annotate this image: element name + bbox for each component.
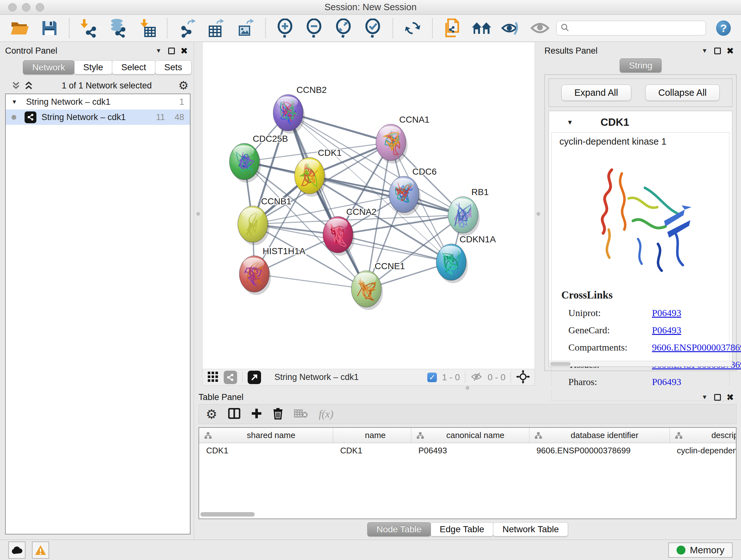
selected-counts: 1 - 0 [442, 372, 460, 382]
network-node-CCNE1[interactable] [351, 271, 383, 310]
close-window-button[interactable] [8, 3, 17, 11]
column-header-description[interactable]: description [670, 428, 737, 443]
refresh-button[interactable] [400, 17, 426, 40]
pan-mode-button[interactable] [516, 370, 530, 385]
function-builder-button[interactable]: f(x) [319, 408, 333, 420]
cloud-status-button[interactable] [8, 542, 25, 559]
zoom-in-button[interactable] [272, 17, 298, 40]
right-splitter[interactable] [535, 42, 542, 386]
tab-network[interactable]: Network [23, 60, 74, 74]
collapse-all-networks-button[interactable] [22, 80, 35, 91]
import-table-button[interactable] [134, 17, 160, 40]
scrollbar-thumb[interactable] [550, 362, 570, 366]
network-collection-row[interactable]: ▼ String Network – cdk1 1 [6, 94, 190, 110]
export-table-button[interactable] [203, 17, 229, 40]
import-network-file-button[interactable] [76, 17, 102, 40]
network-node-RB1[interactable] [448, 197, 480, 236]
tab-style[interactable]: Style [74, 60, 112, 74]
table-settings-gear-button[interactable]: ⚙ [206, 408, 217, 421]
tab-edge-table[interactable]: Edge Table [430, 522, 494, 537]
external-arrow-icon [250, 373, 259, 381]
tab-node-table[interactable]: Node Table [367, 522, 431, 537]
network-edge[interactable] [288, 113, 366, 289]
houses-button[interactable] [468, 17, 495, 40]
network-row-selected[interactable]: String Network – cdk1 11 48 [6, 110, 190, 125]
network-node-CCNA1[interactable] [376, 124, 408, 164]
network-node-CCNA2[interactable] [323, 216, 354, 256]
expand-all-button[interactable]: Expand All [561, 84, 631, 101]
minimize-window-button[interactable] [22, 3, 30, 11]
network-node-CCNB2[interactable] [273, 95, 305, 134]
float-window-icon [714, 48, 721, 54]
tab-select[interactable]: Select [112, 60, 155, 74]
splitter-handle[interactable] [466, 386, 469, 390]
network-canvas[interactable]: CCNB2CCNA1CDC25BCDK1CDC6RB1CCNB1CCNA2CDK… [202, 42, 535, 369]
network-graph[interactable]: CCNB2CCNA1CDC25BCDK1CDC6RB1CCNB1CCNA2CDK… [203, 42, 535, 369]
network-node-CDK1[interactable] [294, 158, 326, 197]
table-horizontal-scrollbar[interactable] [200, 512, 735, 518]
section-collapse-caret-icon[interactable]: ▼ [567, 119, 573, 126]
network-node-CDKN1A[interactable] [436, 244, 468, 283]
string-view-button[interactable] [224, 371, 237, 384]
network-options-gear-button[interactable]: ⚙ [179, 80, 189, 91]
network-node-label: CDC6 [412, 167, 436, 177]
table-row[interactable]: CDK1CDK1P064939606.ENSP00000378699cyclin… [199, 443, 736, 458]
network-node-CCNB1[interactable] [238, 206, 269, 245]
results-horizontal-scrollbar[interactable] [549, 361, 732, 367]
panel-close-button[interactable]: ✖ [178, 45, 191, 57]
zoom-selected-button[interactable] [360, 17, 386, 40]
horizontal-splitter[interactable] [194, 386, 741, 390]
column-header-name[interactable]: name [333, 428, 411, 443]
panel-menu-button[interactable]: ▼ [152, 45, 165, 57]
export-network-button[interactable] [174, 17, 200, 40]
tab-string[interactable]: String [620, 58, 662, 72]
left-splitter[interactable] [194, 42, 202, 386]
close-icon: ✖ [180, 46, 188, 56]
expand-all-networks-button[interactable] [10, 80, 22, 91]
save-session-button[interactable] [37, 17, 63, 40]
zoom-out-button[interactable] [301, 17, 327, 40]
column-header-shared-name[interactable]: shared name [199, 428, 333, 443]
panel-close-button[interactable]: ✖ [724, 45, 737, 57]
splitter-handle[interactable] [197, 212, 200, 215]
zoom-fit-button[interactable] [331, 17, 357, 40]
uniprot-link[interactable]: P06493 [652, 307, 681, 318]
tree-expand-caret-icon[interactable]: ▼ [11, 99, 17, 105]
delete-column-button[interactable] [273, 408, 283, 421]
hidden-elements-button[interactable] [470, 372, 482, 383]
hide-labels-button[interactable] [497, 17, 524, 40]
birdseye-view-button[interactable] [248, 371, 261, 384]
zoom-window-button[interactable] [36, 3, 44, 11]
search-input[interactable] [572, 23, 702, 33]
string-results-body: Expand All Collapse All ▼ CDK1 cyclin-de… [544, 74, 737, 371]
column-header-database-identifier[interactable]: database identifier [529, 428, 670, 443]
add-column-button[interactable] [251, 408, 262, 420]
network-edge[interactable] [254, 274, 366, 289]
tab-sets[interactable]: Sets [155, 60, 192, 74]
panel-float-button[interactable] [165, 45, 178, 57]
show-eye-button[interactable] [527, 17, 553, 40]
grid-view-button[interactable] [207, 371, 219, 384]
export-image-button[interactable] [232, 17, 259, 40]
open-session-button[interactable] [7, 17, 33, 40]
copy-documents-button[interactable] [439, 17, 465, 40]
show-columns-button[interactable] [228, 408, 240, 420]
network-edge[interactable] [338, 235, 451, 262]
scrollbar-thumb[interactable] [200, 512, 255, 516]
tab-network-table[interactable]: Network Table [493, 522, 568, 537]
genecard-link[interactable]: P06493 [652, 325, 681, 335]
network-node-HIST1H1A[interactable] [239, 256, 271, 295]
compartments-link[interactable]: 9606.ENSP00000378699 [652, 342, 741, 353]
selected-checkbox[interactable]: ✓ [427, 373, 437, 382]
panel-menu-button[interactable]: ▼ [698, 45, 711, 57]
delete-table-button[interactable] [294, 409, 308, 420]
memory-button[interactable]: Memory [668, 543, 733, 558]
import-network-database-button[interactable] [105, 17, 131, 40]
help-button[interactable]: ? [716, 20, 731, 36]
collapse-all-button[interactable]: Collapse All [645, 84, 720, 101]
edge-count: 48 [175, 112, 184, 122]
panel-float-button[interactable] [711, 45, 724, 57]
warnings-button[interactable] [32, 542, 49, 559]
column-header-canonical-name[interactable]: canonical name [411, 428, 529, 443]
splitter-handle[interactable] [537, 212, 540, 215]
